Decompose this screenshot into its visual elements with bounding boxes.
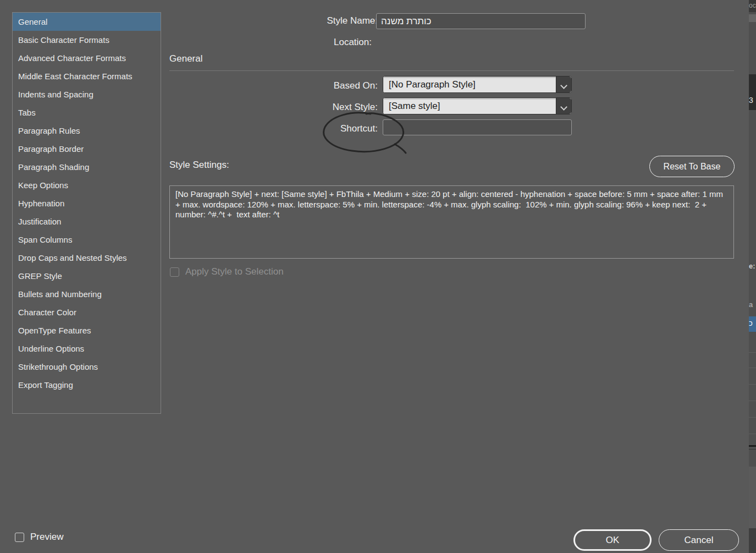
preview-label: Preview — [30, 532, 63, 543]
sidebar-item-keep-options[interactable]: Keep Options — [13, 176, 161, 194]
chevron-down-icon — [561, 82, 567, 87]
next-style-value: [Same style] — [383, 98, 556, 114]
sidebar-item-grep-style[interactable]: GREP Style — [13, 267, 161, 285]
apply-style-checkbox — [170, 267, 179, 277]
based-on-label: Based On: — [268, 80, 378, 91]
sidebar-item-character-color[interactable]: Character Color — [13, 303, 161, 321]
based-on-value: [No Paragraph Style] — [383, 76, 556, 92]
category-list: General Basic Character Formats Advanced… — [12, 12, 161, 414]
sidebar-item-paragraph-shading[interactable]: Paragraph Shading — [13, 158, 161, 176]
background-row-divider — [749, 417, 756, 418]
sidebar-item-paragraph-border[interactable]: Paragraph Border — [13, 140, 161, 158]
next-style-label: Next Style: — [268, 102, 378, 113]
paragraph-style-options-dialog: oc 3 e: a כ General Basic Character Form… — [0, 0, 756, 553]
background-panel-text-fragment: a — [749, 300, 756, 309]
apply-style-to-selection-row: Apply Style to Selection — [170, 266, 284, 277]
background-row-divider — [749, 434, 756, 434]
background-panel-text-fragment: e: — [749, 262, 756, 271]
sidebar-item-general[interactable]: General — [13, 13, 161, 31]
sidebar-item-span-columns[interactable]: Span Columns — [13, 231, 161, 249]
background-panel-selected-row-fragment: כ — [749, 316, 756, 332]
cancel-button[interactable]: Cancel — [659, 529, 739, 551]
background-panel-tab-fragment: oc — [749, 0, 756, 12]
preview-checkbox[interactable] — [15, 533, 24, 542]
sidebar-item-export-tagging[interactable]: Export Tagging — [13, 376, 161, 394]
background-row-divider — [749, 401, 756, 401]
sidebar-item-middle-east-character-formats[interactable]: Middle East Character Formats — [13, 67, 161, 85]
sidebar-item-bullets-and-numbering[interactable]: Bullets and Numbering — [13, 285, 161, 303]
sidebar-item-paragraph-rules[interactable]: Paragraph Rules — [13, 122, 161, 140]
shortcut-input[interactable] — [383, 119, 572, 135]
style-name-input[interactable] — [376, 13, 586, 29]
apply-style-label: Apply Style to Selection — [185, 266, 284, 277]
background-divider — [749, 449, 756, 450]
preview-row: Preview — [15, 532, 63, 543]
location-label: Location: — [262, 37, 372, 48]
based-on-dropdown-button[interactable] — [556, 76, 571, 92]
based-on-dropdown[interactable]: [No Paragraph Style] — [383, 76, 572, 93]
ok-button[interactable]: OK — [573, 529, 652, 551]
background-row-divider — [749, 352, 756, 353]
background-row-divider — [749, 368, 756, 368]
sidebar-item-justification[interactable]: Justification — [13, 212, 161, 231]
reset-to-base-button[interactable]: Reset To Base — [649, 156, 735, 177]
sidebar-item-opentype-features[interactable]: OpenType Features — [13, 321, 161, 340]
section-divider — [169, 70, 734, 71]
section-title-general: General — [169, 53, 202, 64]
style-settings-label: Style Settings: — [169, 160, 229, 171]
background-row-divider — [749, 384, 756, 385]
sidebar-item-strikethrough-options[interactable]: Strikethrough Options — [13, 358, 161, 376]
background-panel-value-fragment: 3 — [749, 74, 756, 110]
next-style-dropdown[interactable]: [Same style] — [383, 97, 572, 114]
chevron-down-icon — [561, 103, 567, 109]
background-panel-strip: oc 3 e: a כ — [749, 0, 756, 553]
shortcut-label: Shortcut: — [268, 123, 378, 134]
sidebar-item-drop-caps-and-nested-styles[interactable]: Drop Caps and Nested Styles — [13, 249, 161, 267]
background-panel-bar — [749, 14, 756, 22]
style-settings-summary: [No Paragraph Style] + next: [Same style… — [169, 185, 734, 259]
background-panel-area — [749, 528, 756, 553]
background-panel-area — [749, 467, 756, 528]
sidebar-item-indents-and-spacing[interactable]: Indents and Spacing — [13, 85, 161, 103]
sidebar-item-underline-options[interactable]: Underline Options — [13, 340, 161, 358]
sidebar-item-hyphenation[interactable]: Hyphenation — [13, 194, 161, 212]
sidebar-item-advanced-character-formats[interactable]: Advanced Character Formats — [13, 49, 161, 67]
sidebar-item-basic-character-formats[interactable]: Basic Character Formats — [13, 31, 161, 49]
sidebar-item-tabs[interactable]: Tabs — [13, 103, 161, 122]
style-name-label: Style Name: — [268, 15, 378, 26]
next-style-dropdown-button[interactable] — [556, 98, 571, 114]
background-divider — [749, 445, 756, 447]
